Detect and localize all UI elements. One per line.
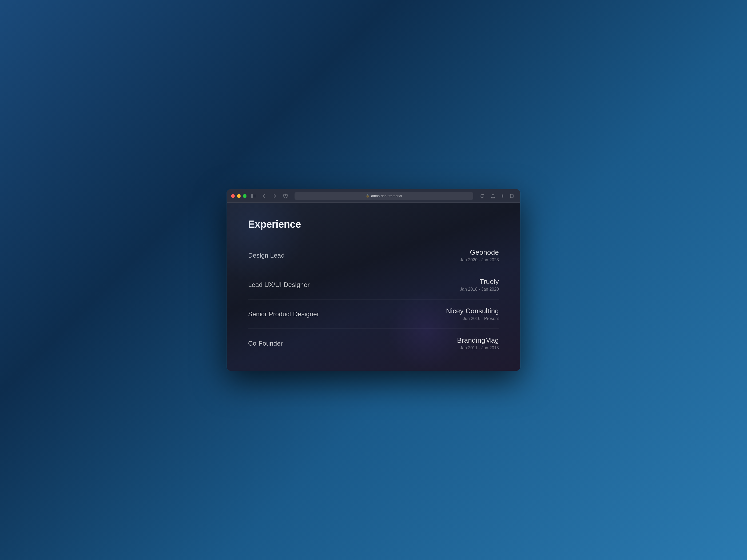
tabs-button[interactable] bbox=[509, 192, 516, 200]
date-range-4: Jan 2011 - Jun 2015 bbox=[457, 346, 499, 350]
job-title-4: Co-Founder bbox=[248, 340, 283, 347]
company-info-1: Geonode Jan 2020 - Jan 2023 bbox=[460, 248, 499, 262]
date-range-1: Jan 2020 - Jan 2023 bbox=[460, 258, 499, 262]
company-name-1: Geonode bbox=[460, 248, 499, 257]
svg-rect-2 bbox=[253, 196, 256, 196]
lock-icon: 🔒 bbox=[366, 194, 369, 197]
traffic-lights bbox=[231, 194, 247, 198]
date-range-2: Jan 2018 - Jan 2020 bbox=[460, 287, 499, 292]
experience-item-1: Design Lead Geonode Jan 2020 - Jan 2023 bbox=[248, 241, 499, 270]
browser-chrome: 🔒 athos-dark.framer.ai bbox=[227, 189, 520, 203]
browser-actions bbox=[489, 192, 516, 200]
share-button[interactable] bbox=[489, 192, 497, 200]
browser-window: 🔒 athos-dark.framer.ai bbox=[227, 189, 520, 371]
back-button[interactable] bbox=[260, 192, 268, 200]
experience-list: Design Lead Geonode Jan 2020 - Jan 2023 … bbox=[248, 241, 499, 358]
job-title-3: Senior Product Designer bbox=[248, 311, 319, 318]
svg-rect-3 bbox=[253, 197, 256, 197]
company-name-3: Nicey Consulting bbox=[446, 307, 499, 315]
minimize-button[interactable] bbox=[237, 194, 241, 198]
forward-button[interactable] bbox=[271, 192, 279, 200]
experience-item-3: Senior Product Designer Nicey Consulting… bbox=[248, 299, 499, 329]
new-tab-button[interactable] bbox=[499, 192, 506, 200]
svg-rect-1 bbox=[253, 195, 256, 195]
sidebar-toggle-button[interactable] bbox=[250, 192, 257, 200]
job-title-1: Design Lead bbox=[248, 252, 285, 259]
experience-item-2: Lead UX/UI Designer Truely Jan 2018 - Ja… bbox=[248, 270, 499, 299]
maximize-button[interactable] bbox=[243, 194, 247, 198]
shield-icon bbox=[282, 192, 289, 200]
company-name-4: BrandingMag bbox=[457, 336, 499, 345]
close-button[interactable] bbox=[231, 194, 235, 198]
company-info-4: BrandingMag Jan 2011 - Jun 2015 bbox=[457, 336, 499, 350]
job-title-2: Lead UX/UI Designer bbox=[248, 281, 310, 289]
url-text: athos-dark.framer.ai bbox=[371, 194, 402, 198]
reload-button[interactable] bbox=[479, 192, 486, 200]
browser-content: Experience Design Lead Geonode Jan 2020 … bbox=[227, 203, 520, 371]
company-info-3: Nicey Consulting Jun 2016 - Present bbox=[446, 307, 499, 321]
address-bar[interactable]: 🔒 athos-dark.framer.ai bbox=[294, 192, 473, 200]
section-title: Experience bbox=[248, 219, 499, 230]
company-info-2: Truely Jan 2018 - Jan 2020 bbox=[460, 277, 499, 292]
experience-item-4: Co-Founder BrandingMag Jan 2011 - Jun 20… bbox=[248, 329, 499, 358]
svg-rect-5 bbox=[511, 195, 514, 197]
company-name-2: Truely bbox=[460, 277, 499, 286]
date-range-3: Jun 2016 - Present bbox=[446, 316, 499, 321]
svg-rect-0 bbox=[251, 194, 253, 198]
